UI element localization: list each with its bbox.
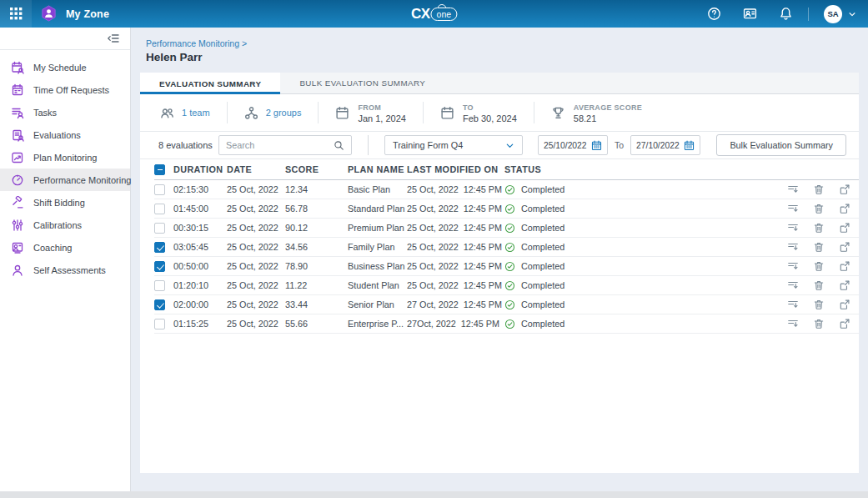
date-range: To	[538, 135, 700, 155]
row-checkbox[interactable]	[154, 204, 165, 214]
calendar-picker-icon[interactable]	[591, 140, 602, 151]
date-to-box	[630, 135, 700, 155]
breadcrumb[interactable]: Performance Monitoring >	[146, 38, 247, 48]
topbar-divider	[808, 8, 809, 21]
sidebar-item-self-assessments[interactable]: Self Assessments	[0, 259, 130, 281]
delete-icon[interactable]	[813, 279, 825, 291]
open-in-new-icon[interactable]	[839, 318, 850, 329]
sidebar-item-performance-monitoring[interactable]: Performance Monitoring	[0, 169, 130, 191]
team-link[interactable]: 1 team	[160, 106, 210, 120]
date-to-input[interactable]	[636, 141, 683, 150]
cell-duration: 03:05:45	[173, 242, 227, 252]
expand-details-icon[interactable]	[787, 318, 799, 329]
row-checkbox[interactable]	[154, 299, 165, 310]
calendar-picker-icon[interactable]	[684, 140, 695, 151]
table-row[interactable]: 00:30:1525 Oct, 202290.12Premium Plan25 …	[154, 219, 859, 238]
delete-icon[interactable]	[813, 184, 825, 195]
sidebar-item-label: Shift Bidding	[33, 198, 85, 208]
search-input[interactable]	[226, 140, 334, 150]
to-value: Feb 30, 2024	[463, 113, 517, 123]
sidebar-item-label: Coaching	[33, 243, 72, 253]
cell-score: 34.56	[285, 242, 348, 252]
expand-details-icon[interactable]	[787, 299, 799, 310]
help-icon[interactable]	[707, 7, 721, 21]
table-row[interactable]: 02:15:3025 Oct, 202212.34Basic Plan25 Oc…	[154, 180, 859, 199]
open-in-new-icon[interactable]	[839, 241, 850, 253]
delete-icon[interactable]	[813, 241, 825, 253]
row-checkbox[interactable]	[154, 184, 165, 195]
delete-icon[interactable]	[813, 299, 825, 310]
open-in-new-icon[interactable]	[839, 203, 850, 214]
row-checkbox[interactable]	[154, 242, 165, 253]
completed-check-icon	[504, 261, 515, 272]
expand-details-icon[interactable]	[787, 279, 799, 291]
collapse-menu-icon[interactable]	[107, 32, 120, 45]
cell-plan: Family Plan	[348, 242, 407, 252]
search-icon[interactable]	[334, 140, 344, 151]
sidebar-item-label: Time Off Requests	[33, 85, 109, 95]
shift-bidding-icon	[11, 196, 24, 209]
row-actions	[772, 318, 859, 329]
row-actions	[772, 299, 859, 310]
table-row[interactable]: 01:15:2525 Oct, 202255.66Enterprise P...…	[154, 314, 859, 334]
schedule-icon	[11, 61, 24, 74]
open-in-new-icon[interactable]	[839, 299, 850, 310]
sidebar-item-tasks[interactable]: Tasks	[0, 101, 130, 123]
performance-monitoring-icon	[11, 174, 24, 187]
sidebar-item-my-schedule[interactable]: My Schedule	[0, 56, 130, 78]
row-checkbox[interactable]	[154, 319, 165, 329]
timeoff-icon	[11, 83, 24, 97]
tab-evaluation-summary[interactable]: EVALUATION SUMMARY	[140, 73, 280, 94]
expand-details-icon[interactable]	[787, 184, 799, 195]
completed-check-icon	[504, 204, 515, 214]
table-row[interactable]: 01:20:1025 Oct, 202211.22Student Plan25 …	[154, 276, 859, 295]
table-row[interactable]: 00:50:0025 Oct, 202278.90Business Plan25…	[154, 257, 859, 276]
table-row[interactable]: 01:45:0025 Oct, 202256.78Standard Plan25…	[154, 199, 859, 219]
expand-details-icon[interactable]	[787, 203, 799, 214]
date-from-input[interactable]	[544, 141, 590, 150]
delete-icon[interactable]	[813, 222, 825, 234]
user-menu[interactable]: SA	[824, 5, 856, 23]
avatar[interactable]: SA	[824, 5, 842, 23]
row-checkbox[interactable]	[154, 280, 165, 291]
form-select-value: Training Form Q4	[393, 140, 505, 150]
training-icon[interactable]	[743, 7, 757, 21]
sidebar-item-label: Plan Monitoring	[33, 153, 97, 163]
cell-status: Completed	[504, 319, 772, 329]
expand-details-icon[interactable]	[787, 260, 799, 272]
cell-duration: 00:50:00	[173, 261, 227, 271]
expand-details-icon[interactable]	[787, 241, 799, 253]
column-header-plan: PLAN NAME	[348, 164, 407, 174]
table-row[interactable]: 03:05:4525 Oct, 202234.56Family Plan25 O…	[154, 238, 859, 257]
tab-bulk-evaluation-summary[interactable]: BULK EVALUATION SUMMARY	[280, 73, 444, 93]
delete-icon[interactable]	[813, 203, 825, 214]
sidebar-item-time-off-requests[interactable]: Time Off Requests	[0, 78, 130, 101]
open-in-new-icon[interactable]	[839, 260, 850, 272]
date-range-to-label: To	[615, 140, 624, 150]
cell-status: Completed	[504, 204, 772, 214]
groups-link[interactable]: 2 groups	[244, 106, 302, 120]
bulk-evaluation-summary-button[interactable]: Bulk Evaluation Summary	[716, 134, 846, 156]
delete-icon[interactable]	[813, 318, 825, 329]
delete-icon[interactable]	[813, 260, 825, 272]
sidebar-item-evaluations[interactable]: Evaluations	[0, 123, 130, 146]
select-all-checkbox[interactable]	[154, 164, 165, 175]
cell-modified: 27 Oct, 2022 12:45 PM	[407, 299, 504, 309]
notifications-bell-icon[interactable]	[779, 7, 793, 21]
open-in-new-icon[interactable]	[839, 184, 850, 195]
table-row[interactable]: 02:00:0025 Oct, 202233.44Senior Plan27 O…	[154, 295, 859, 314]
cell-plan: Basic Plan	[348, 184, 407, 194]
form-select[interactable]: Training Form Q4	[384, 135, 523, 155]
sidebar-item-shift-bidding[interactable]: Shift Bidding	[0, 191, 130, 214]
app-launcher-button[interactable]	[0, 0, 32, 28]
sidebar-item-coaching[interactable]: Coaching	[0, 236, 130, 259]
open-in-new-icon[interactable]	[839, 279, 850, 291]
app-badge[interactable]: My Zone	[40, 5, 109, 23]
sidebar-item-plan-monitoring[interactable]: Plan Monitoring	[0, 146, 130, 169]
row-checkbox[interactable]	[154, 261, 165, 272]
expand-details-icon[interactable]	[787, 222, 799, 234]
calendar-icon	[335, 106, 349, 120]
open-in-new-icon[interactable]	[839, 222, 850, 234]
row-checkbox[interactable]	[154, 223, 165, 234]
sidebar-item-calibrations[interactable]: Calibrations	[0, 214, 130, 236]
